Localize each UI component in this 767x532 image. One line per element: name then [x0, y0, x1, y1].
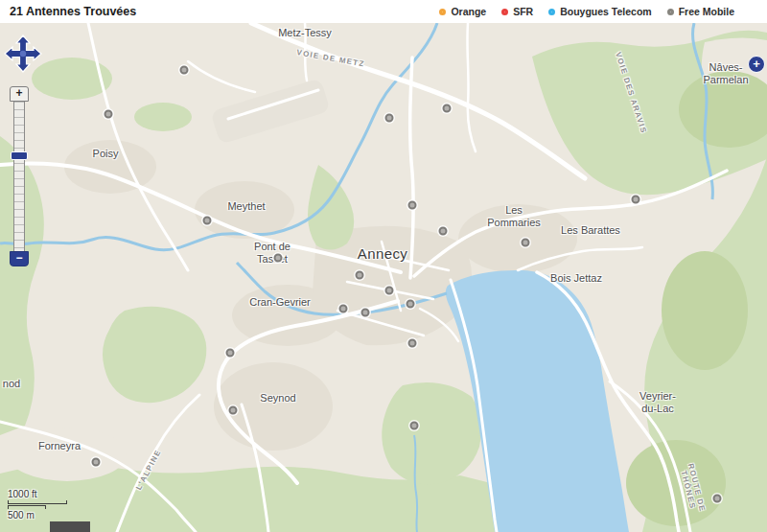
antenna-marker[interactable]	[229, 406, 238, 415]
antenna-marker[interactable]	[408, 339, 417, 348]
antenna-marker[interactable]	[385, 114, 394, 123]
legend-item-free-mobile[interactable]: Free Mobile	[667, 6, 734, 17]
antenna-marker[interactable]	[407, 300, 415, 309]
antenna-marker[interactable]	[105, 110, 113, 119]
map-base	[0, 23, 767, 532]
antenna-marker[interactable]	[180, 66, 189, 75]
antenna-marker[interactable]	[92, 458, 101, 467]
free-mobile-dot-icon	[667, 9, 674, 15]
header: 21 Antennes Trouvées OrangeSFRBouygues T…	[0, 0, 767, 23]
legend-item-bouygues-telecom[interactable]: Bouygues Telecom	[548, 6, 652, 17]
antenna-marker[interactable]	[339, 305, 348, 313]
pan-control[interactable]	[4, 35, 42, 73]
pan-compass-icon	[4, 35, 42, 73]
attribution-stub	[50, 521, 90, 532]
orange-dot-icon	[439, 9, 446, 15]
antenna-marker[interactable]	[522, 239, 530, 247]
antenna-marker[interactable]	[385, 287, 394, 295]
antenna-marker[interactable]	[274, 254, 283, 263]
page-title: 21 Antennes Trouvées	[10, 5, 136, 18]
expand-button[interactable]: +	[748, 56, 765, 73]
zoom-slider-track[interactable]	[13, 102, 25, 251]
legend-label: Free Mobile	[679, 6, 734, 17]
antenna-marker[interactable]	[713, 495, 722, 503]
antenna-marker[interactable]	[203, 217, 212, 225]
antenna-marker[interactable]	[632, 196, 640, 204]
zoom-in-button[interactable]: +	[10, 86, 29, 102]
scale-imperial-label: 1000 ft	[8, 489, 67, 499]
bouygues-telecom-dot-icon	[548, 9, 555, 15]
antenna-marker[interactable]	[408, 201, 417, 210]
antenna-marker[interactable]	[439, 227, 448, 236]
antenna-marker[interactable]	[356, 271, 364, 280]
operator-legend: OrangeSFRBouygues TelecomFree Mobile	[439, 6, 734, 17]
sfr-dot-icon	[501, 9, 508, 15]
legend-label: Bouygues Telecom	[560, 6, 652, 17]
scale-bar: 1000 ft 500 m	[8, 489, 67, 520]
legend-item-sfr[interactable]: SFR	[501, 6, 533, 17]
antenna-marker[interactable]	[226, 349, 235, 358]
scale-metric-bar	[8, 505, 46, 509]
antenna-marker[interactable]	[410, 422, 419, 430]
legend-label: SFR	[513, 6, 533, 17]
zoom-slider-handle[interactable]	[11, 151, 28, 160]
zoom-control: + −	[10, 86, 29, 266]
antenna-marker[interactable]	[443, 104, 452, 113]
antenna-map-app: 21 Antennes Trouvées OrangeSFRBouygues T…	[0, 0, 767, 532]
antenna-marker[interactable]	[361, 309, 370, 317]
legend-item-orange[interactable]: Orange	[439, 6, 486, 17]
zoom-out-button[interactable]: −	[10, 251, 29, 266]
legend-label: Orange	[451, 6, 486, 17]
scale-metric-label: 500 m	[8, 510, 67, 520]
scale-imperial-bar	[8, 500, 67, 504]
map-canvas[interactable]: Metz-TessyNâves- ParmelanPoisyMeythetLes…	[0, 23, 767, 532]
